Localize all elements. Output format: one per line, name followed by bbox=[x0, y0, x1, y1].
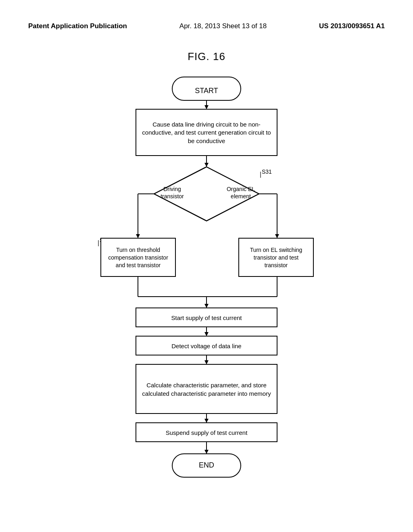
start-label: START bbox=[195, 87, 218, 95]
header-date-sheet: Apr. 18, 2013 Sheet 13 of 18 bbox=[179, 22, 267, 30]
svg-marker-21 bbox=[204, 419, 209, 423]
header-publication-label: Patent Application Publication bbox=[28, 22, 127, 30]
header-patent-number: US 2013/0093651 A1 bbox=[319, 22, 385, 30]
s31-diamond-left-text: Driving bbox=[163, 186, 181, 192]
s33-text: Turn on EL switching transistor and test… bbox=[240, 239, 313, 276]
s31-diamond-left-text2: transistor bbox=[161, 193, 184, 200]
svg-marker-19 bbox=[204, 360, 209, 364]
s31-diamond-right-text2: element bbox=[231, 193, 251, 200]
flowchart: START S30 Cause data line driving circui… bbox=[65, 71, 348, 506]
svg-marker-23 bbox=[204, 450, 209, 454]
s36-text: Calculate characteristic parameter, and … bbox=[137, 366, 276, 413]
svg-marker-6 bbox=[136, 234, 140, 238]
s37-text: Suspend supply of test current bbox=[166, 429, 248, 436]
s31-diamond-right-text: Organic EL bbox=[227, 186, 255, 192]
s34-text: Start supply of test current bbox=[171, 314, 242, 321]
end-label: END bbox=[199, 461, 214, 469]
s31-step-label: S31 bbox=[262, 168, 272, 175]
svg-marker-9 bbox=[275, 234, 279, 238]
svg-marker-1 bbox=[204, 105, 209, 109]
flowchart-svg: START S30 Cause data line driving circui… bbox=[65, 71, 348, 506]
s32-text: Turn on threshold compensation transisto… bbox=[102, 239, 175, 276]
page: Patent Application Publication Apr. 18, … bbox=[0, 0, 413, 532]
s30-text: Cause data line driving circuit to be no… bbox=[138, 110, 275, 155]
svg-marker-15 bbox=[204, 304, 209, 308]
s35-text: Detect voltage of data line bbox=[171, 343, 241, 349]
svg-marker-17 bbox=[204, 332, 209, 336]
header: Patent Application Publication Apr. 18, … bbox=[0, 0, 413, 30]
svg-marker-3 bbox=[204, 163, 209, 167]
figure-title: FIG. 16 bbox=[0, 50, 413, 63]
